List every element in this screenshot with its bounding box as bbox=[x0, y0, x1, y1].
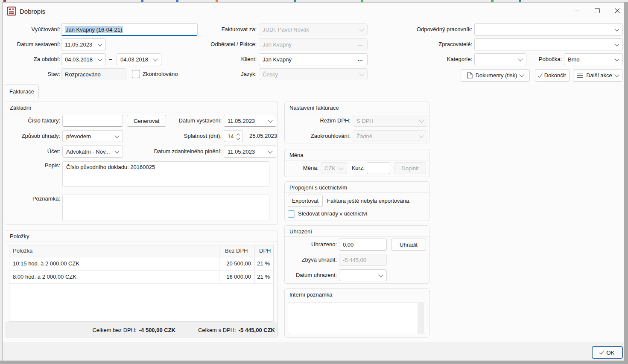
odpovedny-pracovnik-select[interactable] bbox=[474, 23, 623, 35]
exportovat-button[interactable]: Exportovat bbox=[288, 195, 323, 207]
tab-strip-line bbox=[3, 98, 624, 98]
cislo-faktury-label: Číslo faktury: bbox=[5, 115, 60, 127]
datum-uhrazeni-select[interactable] bbox=[339, 269, 387, 281]
mena-panel-title: Měna bbox=[289, 152, 304, 158]
uhrazeno-input[interactable] bbox=[339, 239, 387, 250]
background-right-strip bbox=[624, 2, 628, 361]
ucet-label: Účet: bbox=[5, 146, 60, 157]
chevron-down-icon bbox=[97, 41, 102, 46]
cislo-faktury-input[interactable] bbox=[62, 115, 123, 127]
column-header-bez-dph[interactable]: Bez DPH bbox=[219, 245, 255, 257]
zaokrouhlovani-label: Zaokrouhlování: bbox=[301, 130, 351, 142]
ucet-select[interactable]: Advokátní - Nov... bbox=[62, 146, 123, 157]
minimize-icon bbox=[575, 11, 579, 11]
ellipsis-icon[interactable]: … bbox=[357, 57, 363, 61]
maximize-button[interactable] bbox=[590, 5, 605, 17]
zkontrolovano-checkbox[interactable] bbox=[132, 70, 140, 78]
dobropis-dialog: Dobropis Vyúčtování: Jan Kvapný (16-04-2… bbox=[2, 2, 624, 361]
za-obdobi-from-select[interactable]: 04.03.2018 bbox=[61, 53, 106, 65]
odberatel-platce-field: Jan Kvapný… bbox=[259, 38, 368, 50]
chevron-down-icon bbox=[114, 133, 119, 138]
zpracovatele-label: Zpracovatelé: bbox=[387, 38, 472, 50]
chevron-down-icon bbox=[378, 272, 383, 277]
menu-icon bbox=[577, 73, 583, 78]
pobocka-select[interactable]: Brno bbox=[564, 53, 623, 65]
table-row[interactable]: 10:15 hod. à 2 000,00 CZK -20 500,00 21 … bbox=[9, 257, 273, 271]
column-header-polozka[interactable]: Položka bbox=[9, 245, 219, 257]
pobocka-label: Pobočka: bbox=[494, 53, 562, 65]
vyuctovani-input[interactable]: Jan Kvapný (16-04-21) bbox=[61, 23, 198, 36]
poznamka-label: Poznámka: bbox=[5, 195, 60, 203]
chevron-down-icon bbox=[359, 71, 364, 76]
dokoncit-button[interactable]: Dokončit bbox=[535, 69, 570, 82]
chevron-down-icon bbox=[419, 118, 424, 122]
odberatel-platce-label: Odběratel / Plátce: bbox=[188, 38, 257, 50]
datum-vystaveni-select[interactable]: 11.05.2023 bbox=[224, 115, 276, 127]
datum-sestaveni-label: Datum sestavení: bbox=[5, 38, 60, 50]
datum-sestaveni-select[interactable]: 11.05.2023 bbox=[61, 38, 106, 50]
uhrazeni-panel-title: Uhrazení bbox=[289, 228, 312, 235]
klient-field[interactable]: Jan Kvapný… bbox=[259, 53, 368, 65]
fakturovat-za-label: Fakturovat za: bbox=[188, 23, 257, 35]
chevron-down-icon bbox=[268, 149, 272, 153]
zpusob-uhrady-select[interactable]: převodem bbox=[62, 130, 123, 142]
jazyk-select: Česky bbox=[259, 68, 368, 80]
interni-poznamka-title: Interní poznámka bbox=[289, 291, 332, 298]
chevron-down-icon bbox=[268, 118, 272, 122]
chevron-down-icon bbox=[97, 56, 102, 61]
chevron-down-icon bbox=[359, 26, 364, 31]
klient-label: Klient: bbox=[188, 53, 257, 65]
column-header-dph[interactable]: DPH bbox=[255, 245, 273, 257]
table-row[interactable]: 8:00 hod. à 2 000,00 CZK 16 000,00 21 % bbox=[9, 271, 273, 284]
celkem-s-dph: Celkem s DPH:-5 445,00 CZK bbox=[198, 322, 275, 338]
zpracovatele-select[interactable] bbox=[474, 38, 623, 50]
window-title: Dobropis bbox=[20, 8, 45, 15]
ok-button[interactable]: OK bbox=[592, 346, 623, 359]
datum-zdanitelneho-plneni-label: Datum zdanitelného plnění: bbox=[136, 146, 222, 157]
tab-fakturace[interactable]: Fakturace bbox=[5, 84, 39, 98]
check-icon bbox=[537, 72, 543, 77]
close-button[interactable] bbox=[610, 5, 625, 17]
minimize-button[interactable] bbox=[570, 5, 584, 17]
chevron-down-icon bbox=[520, 72, 524, 77]
check-icon bbox=[599, 349, 604, 354]
za-obdobi-to-select[interactable]: 04.03.2018 bbox=[117, 53, 161, 65]
zakladni-panel-title: Základní bbox=[10, 105, 31, 111]
stav-input bbox=[61, 68, 126, 80]
uhradit-button[interactable]: Uhradit bbox=[391, 239, 426, 250]
polozky-table[interactable]: Položka Bez DPH DPH 10:15 hod. à 2 000,0… bbox=[9, 245, 274, 322]
popis-textarea[interactable]: Číslo původního dokladu: 20160025 bbox=[62, 161, 269, 187]
interni-poznamka-textarea[interactable] bbox=[288, 303, 425, 334]
dialog-footer bbox=[3, 342, 624, 361]
chevron-down-icon bbox=[419, 133, 424, 138]
fakturovat-za-select: JUDr. Pavel Novák bbox=[259, 23, 368, 35]
popis-label: Popis: bbox=[5, 161, 60, 170]
sledovat-uhrady-label: Sledovat úhrady v účetnictví bbox=[298, 209, 368, 219]
chevron-down-icon bbox=[153, 56, 158, 61]
rezim-dph-select: S DPH bbox=[353, 115, 427, 127]
window-icon bbox=[7, 6, 16, 16]
zkontrolovano-label: Zkontrolováno bbox=[143, 68, 178, 80]
taskbar-strip bbox=[0, 361, 628, 364]
export-status-text: Faktura ještě nebyla exportována. bbox=[327, 195, 411, 207]
datum-zdanitelneho-plneni-select[interactable]: 11.05.2023 bbox=[224, 146, 276, 157]
kurz-input[interactable] bbox=[367, 162, 390, 174]
propojeni-panel-title: Propojení s účetnictvím bbox=[289, 184, 347, 191]
kategorie-label: Kategorie: bbox=[387, 53, 472, 65]
ellipsis-icon: … bbox=[357, 42, 363, 47]
chevron-down-icon bbox=[114, 149, 119, 153]
sledovat-uhrady-checkbox[interactable] bbox=[288, 210, 295, 218]
polozky-table-header: Položka Bez DPH DPH bbox=[9, 245, 273, 257]
celkem-bez-dph: Celkem bez DPH:-4 500,00 CZK bbox=[92, 322, 175, 338]
close-icon bbox=[615, 8, 620, 13]
textarea-scrollbar[interactable] bbox=[418, 303, 424, 334]
chevron-down-icon bbox=[614, 56, 619, 61]
datum-vystaveni-label: Datum vystavení: bbox=[153, 115, 222, 127]
vyuctovani-selected-text: Jan Kvapný (16-04-21) bbox=[65, 26, 123, 33]
doplnit-button: Doplnit bbox=[394, 162, 426, 174]
dalsi-akce-button[interactable]: Další akce bbox=[573, 69, 622, 82]
polozky-totals-bar: Celkem bez DPH:-4 500,00 CZK Celkem s DP… bbox=[5, 322, 277, 338]
dokumenty-tisk-button[interactable]: Dokumenty (tisk) bbox=[461, 69, 530, 82]
poznamka-textarea[interactable] bbox=[62, 195, 269, 221]
splatnost-label: Splatnost (dní): bbox=[153, 130, 222, 142]
